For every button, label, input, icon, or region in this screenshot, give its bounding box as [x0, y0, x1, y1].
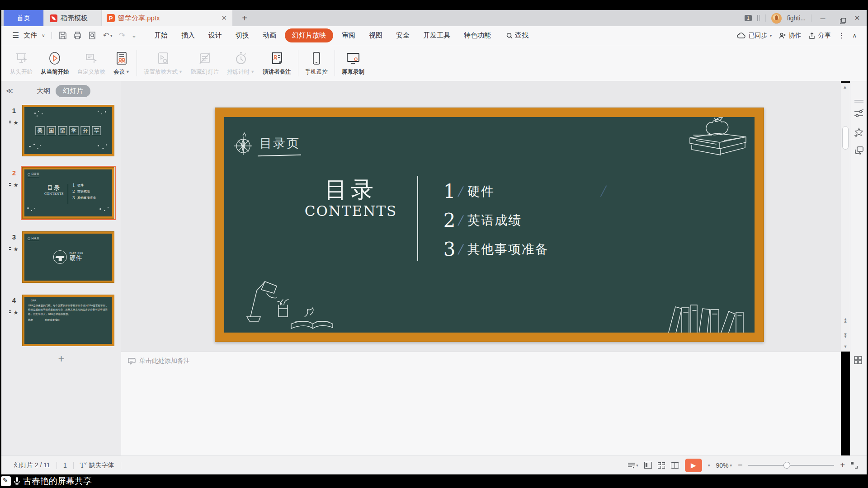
- slide-2-thumbnail-selected[interactable]: 目录页 目录 CONTENTS 1硬件 2英语成绩 3其他事项准备: [22, 167, 114, 219]
- notes-toggle-button[interactable]: ▾: [627, 462, 638, 469]
- tab-document[interactable]: P 留学分享.pptx ✕: [102, 10, 232, 26]
- notes-placeholder[interactable]: 单击此处添加备注: [139, 357, 190, 365]
- ribbon-hide-slide[interactable]: 隐藏幻灯片: [187, 45, 223, 81]
- collapse-panel-icon[interactable]: ≪: [6, 87, 12, 95]
- add-slide-button[interactable]: +: [58, 352, 64, 365]
- toc-item-2[interactable]: 2 英语成绩: [441, 209, 522, 231]
- animation-pane-icon[interactable]: [854, 127, 864, 139]
- user-avatar[interactable]: [771, 13, 782, 23]
- menu-item-transition[interactable]: 切换: [229, 28, 256, 42]
- minimize-button[interactable]: ─: [817, 14, 829, 22]
- ribbon-screen-record[interactable]: 屏幕录制: [338, 45, 368, 81]
- tab-close-icon[interactable]: ✕: [221, 14, 227, 22]
- menu-item-devtools[interactable]: 开发工具: [416, 28, 457, 42]
- redo-icon[interactable]: ↷: [119, 31, 125, 40]
- menu-bar: ☰ 文件 ∨ ↶ ▾ ↷ ⌄ 开始 插入 设计 切换 动画 幻灯片放映 审阅 视…: [1, 26, 867, 45]
- slide-3-thumbnail[interactable]: 目录页 PART ONE 硬件: [22, 231, 114, 283]
- zoom-slider-thumb[interactable]: [783, 462, 790, 469]
- ribbon-custom-show[interactable]: 自定义放映: [73, 45, 110, 81]
- close-button[interactable]: ✕: [851, 14, 863, 22]
- undo-caret-icon[interactable]: ▾: [110, 33, 113, 38]
- task-pane-grid-icon[interactable]: [854, 356, 862, 366]
- window-top-strip: [0, 0, 868, 10]
- sync-status[interactable]: 已同步 ▾: [737, 32, 772, 40]
- scroll-down-arrow[interactable]: ▼: [842, 346, 849, 348]
- share-button[interactable]: 分享: [808, 32, 830, 40]
- menu-item-design[interactable]: 设计: [202, 28, 229, 42]
- toolbar-collapse-icon[interactable]: ⌄: [132, 32, 137, 39]
- ribbon-speaker-notes[interactable]: 演讲者备注: [259, 45, 295, 81]
- slideshow-play-button[interactable]: ▶: [685, 459, 702, 472]
- menu-item-animation[interactable]: 动画: [256, 28, 283, 42]
- slide-sorter-view-button[interactable]: [658, 462, 665, 469]
- toc-subtitle[interactable]: CONTENTS: [297, 203, 405, 219]
- zoom-level[interactable]: 90% ▾: [716, 462, 732, 469]
- menu-item-start[interactable]: 开始: [147, 28, 175, 42]
- normal-view-button[interactable]: [644, 462, 652, 469]
- screen-record-icon: [346, 52, 360, 65]
- missing-font-indicator[interactable]: T? 缺失字体: [80, 461, 114, 469]
- notification-badge[interactable]: 1: [745, 15, 752, 21]
- previous-slide-button[interactable]: ▲▲: [842, 318, 849, 323]
- collapse-ribbon-icon[interactable]: ∧: [852, 32, 857, 39]
- pending-count[interactable]: 1: [63, 462, 67, 469]
- vertical-scrollbar[interactable]: ▲ ▲▲ ▼▼ ▼: [841, 83, 850, 352]
- compass-icon: [231, 131, 255, 157]
- chevron-down-icon[interactable]: ∨: [42, 33, 45, 38]
- object-properties-icon[interactable]: [854, 109, 863, 120]
- slide-2-editor[interactable]: 目录页 目录 CONTENTS 1 硬件 2 英语成绩 3 其他事项准备: [215, 108, 764, 342]
- ribbon-phone-remote[interactable]: 手机遥控: [301, 45, 332, 81]
- zoom-slider[interactable]: [748, 465, 834, 466]
- zoom-out-button[interactable]: −: [738, 460, 743, 470]
- divider: [335, 50, 335, 76]
- play-options-caret-icon[interactable]: ▾: [708, 463, 710, 468]
- print-preview-icon[interactable]: [88, 31, 97, 40]
- notes-pane[interactable]: 单击此处添加备注: [121, 352, 841, 455]
- microphone-icon[interactable]: [14, 477, 20, 486]
- ribbon-setup-show[interactable]: 设置放映方式▼: [140, 45, 187, 81]
- find-button[interactable]: 查找: [506, 31, 528, 40]
- annotate-icon[interactable]: [1, 476, 11, 486]
- menu-item-slideshow-active[interactable]: 幻灯片放映: [285, 28, 333, 42]
- more-options-icon[interactable]: ⋮: [838, 31, 845, 40]
- scroll-up-arrow[interactable]: ▲: [843, 84, 847, 89]
- menu-item-insert[interactable]: 插入: [175, 28, 202, 42]
- menu-item-security[interactable]: 安全: [389, 28, 416, 42]
- reading-view-button[interactable]: [671, 462, 679, 469]
- ribbon-play-from-current[interactable]: 从当前开始: [37, 45, 73, 81]
- new-tab-button[interactable]: +: [239, 10, 250, 26]
- slash-decoration: [458, 244, 464, 255]
- next-slide-button[interactable]: ▼▼: [842, 333, 849, 338]
- collaborate-button[interactable]: 协作: [779, 32, 801, 40]
- tab-home[interactable]: 首页: [4, 10, 43, 26]
- save-icon[interactable]: [58, 31, 67, 40]
- selection-pane-icon[interactable]: [854, 146, 864, 156]
- notes-icon: [128, 358, 136, 365]
- print-icon[interactable]: [73, 31, 82, 40]
- slide-1-thumbnail[interactable]: 美 国 留 学 分 享: [22, 105, 114, 156]
- scrollbar-thumb[interactable]: [842, 126, 849, 150]
- slide-canvas[interactable]: 目录页 目录 CONTENTS 1 硬件 2 英语成绩 3 其他事项准备: [121, 81, 841, 352]
- tab-docer-templates[interactable]: 稻壳模板: [44, 10, 101, 26]
- slide-header-title[interactable]: 目录页: [259, 135, 300, 151]
- zoom-in-button[interactable]: +: [840, 460, 845, 470]
- hamburger-menu-icon[interactable]: ☰: [12, 31, 19, 40]
- ribbon-rehearse-timing[interactable]: 排练计时▼: [223, 45, 259, 81]
- user-name[interactable]: fighti...: [787, 14, 806, 22]
- ribbon-play-from-start[interactable]: 从头开始: [6, 45, 37, 81]
- fullscreen-icon[interactable]: [851, 462, 858, 469]
- menu-item-review[interactable]: 审阅: [335, 28, 362, 42]
- menu-item-special-features[interactable]: 特色功能: [457, 28, 498, 42]
- rail-drag-handle-icon[interactable]: [854, 97, 864, 105]
- tab-slides[interactable]: 幻灯片: [56, 85, 90, 97]
- slide-4-thumbnail[interactable]: GPA GPA是很重要的门槛，每个国家的不同学校不同专业对GPA要求都不同，特别…: [22, 295, 114, 346]
- undo-icon[interactable]: ↶: [103, 31, 109, 40]
- toc-item-1[interactable]: 1 硬件: [441, 180, 495, 202]
- toc-item-3[interactable]: 3 其他事项准备: [441, 238, 549, 260]
- toc-title[interactable]: 目录: [315, 175, 387, 205]
- file-menu[interactable]: 文件: [24, 31, 37, 40]
- ribbon-meeting[interactable]: 会议▼: [109, 45, 134, 81]
- tab-outline[interactable]: 大纲: [37, 87, 50, 95]
- slide-2-transition-star-icon: [9, 182, 19, 189]
- menu-item-view[interactable]: 视图: [362, 28, 389, 42]
